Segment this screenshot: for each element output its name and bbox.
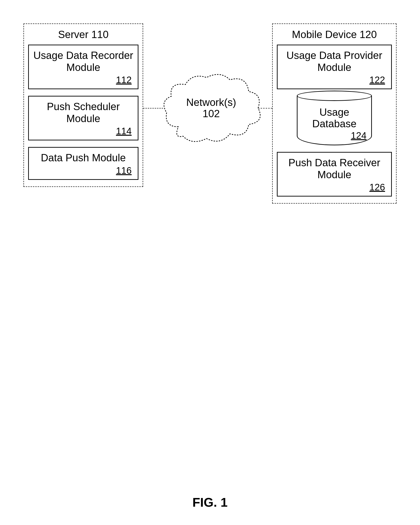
database-body: Usage Database 124 [297,96,372,145]
server-title: Server 110 [28,29,138,40]
module-label: Push Scheduler Module [33,101,134,124]
mobile-device-title: Mobile Device 120 [277,29,392,40]
mobile-module-usage-data-provider: Usage Data Provider Module 122 [277,45,392,89]
module-label: Usage Data Provider Module [281,49,387,73]
mobile-module-push-data-receiver: Push Data Receiver Module 126 [277,152,392,197]
server-module-push-scheduler: Push Scheduler Module 114 [28,96,138,141]
module-number: 116 [33,165,134,176]
module-number: 122 [281,75,387,85]
network-label-text: Network(s) [186,96,236,108]
usage-database: Usage Database 124 [297,96,372,145]
mobile-device-container: Mobile Device 120 Usage Data Provider Mo… [272,23,397,204]
module-number: 126 [281,182,387,193]
module-label: Usage Data Recorder Module [33,49,134,73]
database-label: Usage Database [300,107,369,129]
figure-caption: FIG. 1 [0,495,420,509]
network-label: Network(s) 102 [160,97,263,120]
connector-network-to-mobile [258,108,272,108]
figure-page: Server 110 Usage Data Recorder Module 11… [0,0,420,525]
server-module-data-push: Data Push Module 116 [28,147,138,180]
module-label: Push Data Receiver Module [281,157,387,180]
server-container: Server 110 Usage Data Recorder Module 11… [23,23,143,187]
module-label: Data Push Module [33,152,134,164]
database-top-ellipse [297,91,372,101]
database-number: 124 [300,130,369,141]
module-number: 112 [33,75,134,85]
server-module-usage-data-recorder: Usage Data Recorder Module 112 [28,45,138,89]
network-number: 102 [202,108,220,119]
module-number: 114 [33,126,134,136]
network-cloud: Network(s) 102 [160,68,263,148]
connector-server-to-network [143,108,163,108]
